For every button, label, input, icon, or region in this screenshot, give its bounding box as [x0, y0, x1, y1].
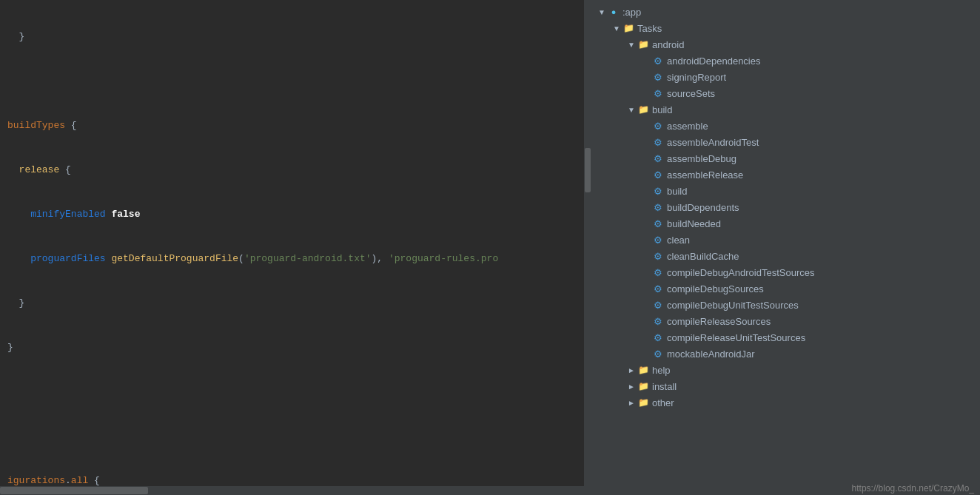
label-compileDebugAndroidTestSources: compileDebugAndroidTestSources: [667, 267, 814, 278]
tree-item-android[interactable]: android: [592, 36, 980, 53]
gear-icon-signingReport: [652, 71, 664, 83]
gear-icon-compileDebugUnitTestSources: [652, 299, 664, 311]
arrow-help: [625, 364, 637, 376]
tree-item-build-group[interactable]: build: [592, 101, 980, 118]
vertical-scrollbar[interactable]: [584, 0, 591, 495]
gear-icon-compileDebugSources: [652, 283, 664, 294]
tasks-label: Tasks: [637, 23, 662, 34]
label-compileReleaseSources: compileReleaseSources: [667, 316, 771, 327]
arrow-tasks: [611, 22, 622, 34]
gear-icon-assemble: [652, 120, 664, 132]
label-build: build: [667, 186, 687, 197]
gear-icon-clean: [652, 234, 664, 246]
tree-item-compileReleaseUnitTestSources[interactable]: compileReleaseUnitTestSources: [592, 329, 980, 346]
tree-item-install[interactable]: install: [592, 378, 980, 394]
arrow-other: [625, 397, 637, 408]
label-assembleRelease: assembleRelease: [667, 169, 743, 181]
tree-item-compileDebugAndroidTestSources[interactable]: compileDebugAndroidTestSources: [592, 264, 980, 280]
label-mockableAndroidJar: mockableAndroidJar: [667, 348, 755, 360]
gear-icon-mockableAndroidJar: [652, 348, 664, 360]
arrow-install: [625, 380, 637, 392]
tree-item-cleanBuildCache[interactable]: cleanBuildCache: [592, 248, 980, 264]
tree-item-signingReport[interactable]: signingReport: [592, 69, 980, 85]
gear-icon-build: [652, 185, 664, 197]
url-text: https://blog.csdn.net/CrazyMo_: [852, 483, 974, 494]
label-compileDebugSources: compileDebugSources: [667, 283, 764, 294]
label-compileDebugUnitTestSources: compileDebugUnitTestSources: [667, 300, 799, 311]
tree-item-buildNeeded[interactable]: buildNeeded: [592, 215, 980, 232]
label-buildNeeded: buildNeeded: [667, 218, 721, 229]
label-compileReleaseUnitTestSources: compileReleaseUnitTestSources: [667, 332, 805, 343]
tree-item-assembleAndroidTest[interactable]: assembleAndroidTest: [592, 134, 980, 150]
tree-item-compileDebugUnitTestSources[interactable]: compileDebugUnitTestSources: [592, 297, 980, 313]
code-editor[interactable]: } buildTypes { release { minifyEnabled f…: [0, 0, 592, 495]
tree-item-mockableAndroidJar[interactable]: mockableAndroidJar: [592, 346, 980, 362]
tree-item-help[interactable]: help: [592, 362, 980, 378]
gradle-tree-panel: :app Tasks android androidDependencies s…: [592, 0, 980, 495]
android-label: android: [652, 39, 684, 50]
tree-item-compileReleaseSources[interactable]: compileReleaseSources: [592, 313, 980, 329]
tree-item-build[interactable]: build: [592, 183, 980, 199]
gear-icon-buildNeeded: [652, 218, 664, 229]
tree-item-sourceSets[interactable]: sourceSets: [592, 85, 980, 101]
tree-item-assembleRelease[interactable]: assembleRelease: [592, 166, 980, 183]
label-androidDependencies: androidDependencies: [667, 55, 760, 67]
url-bar: https://blog.csdn.net/CrazyMo_: [846, 482, 980, 495]
h-scrollbar-thumb[interactable]: [0, 487, 148, 494]
build-group-label: build: [652, 104, 672, 115]
label-assembleAndroidTest: assembleAndroidTest: [667, 137, 759, 148]
folder-icon-other: [637, 397, 649, 408]
gear-icon-androidDependencies: [652, 55, 664, 67]
label-signingReport: signingReport: [667, 72, 726, 83]
label-assembleDebug: assembleDebug: [667, 153, 736, 164]
label-cleanBuildCache: cleanBuildCache: [667, 251, 739, 262]
horizontal-scrollbar[interactable]: [0, 486, 591, 495]
gear-icon-sourceSets: [652, 87, 664, 99]
tree-item-tasks[interactable]: Tasks: [592, 20, 980, 36]
tree-item-androidDependencies[interactable]: androidDependencies: [592, 53, 980, 69]
gear-icon-assembleAndroidTest: [652, 136, 664, 148]
gear-icon-assembleDebug: [652, 152, 664, 164]
folder-icon-install: [637, 380, 649, 392]
arrow-build: [625, 104, 637, 115]
gear-icon-compileReleaseUnitTestSources: [652, 331, 664, 343]
tree-item-assemble[interactable]: assemble: [592, 118, 980, 134]
tree-item-assembleDebug[interactable]: assembleDebug: [592, 150, 980, 166]
tree-content: :app Tasks android androidDependencies s…: [592, 0, 980, 414]
code-content: } buildTypes { release { minifyEnabled f…: [0, 0, 591, 495]
tree-item-clean[interactable]: clean: [592, 232, 980, 248]
app-icon: [608, 6, 620, 18]
gear-icon-cleanBuildCache: [652, 250, 664, 262]
gear-icon-assembleRelease: [652, 169, 664, 181]
folder-icon-android: [637, 38, 649, 50]
app-label: :app: [622, 7, 641, 18]
label-clean: clean: [667, 235, 690, 246]
label-other: other: [652, 397, 674, 408]
gear-icon-compileDebugAndroidTestSources: [652, 266, 664, 278]
label-assemble: assemble: [667, 121, 708, 132]
gear-icon-compileReleaseSources: [652, 315, 664, 327]
folder-icon-build: [637, 104, 649, 115]
folder-icon-tasks: [622, 22, 634, 34]
arrow-android: [625, 38, 637, 50]
label-buildDependents: buildDependents: [667, 202, 739, 213]
label-sourceSets: sourceSets: [667, 88, 715, 99]
folder-icon-help: [637, 364, 649, 376]
tree-item-app[interactable]: :app: [592, 4, 980, 20]
scrollbar-thumb[interactable]: [585, 148, 591, 192]
label-install: install: [652, 381, 677, 392]
label-help: help: [652, 365, 671, 376]
tree-item-other[interactable]: other: [592, 394, 980, 411]
gear-icon-buildDependents: [652, 201, 664, 213]
arrow-app: [596, 6, 608, 18]
tree-item-buildDependents[interactable]: buildDependents: [592, 199, 980, 215]
tree-item-compileDebugSources[interactable]: compileDebugSources: [592, 280, 980, 297]
